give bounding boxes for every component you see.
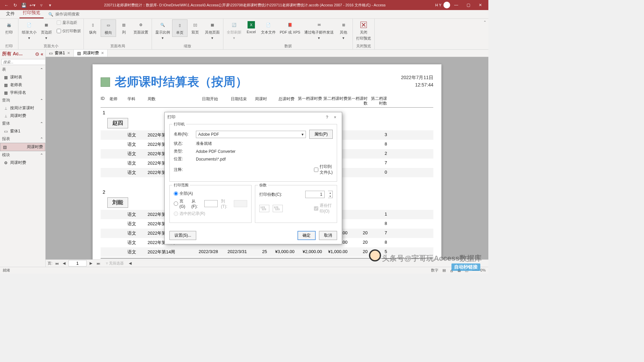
- pdf-xps-button[interactable]: 📕PDF 或 XPS: [278, 19, 302, 36]
- nav-cat-queries[interactable]: 查询⌃: [0, 97, 45, 104]
- printer-icon: 🖨️: [5, 21, 13, 29]
- paper-size-button[interactable]: 📄纸张大小▾: [20, 19, 39, 42]
- zoom-button[interactable]: 🔍显示比例▾: [153, 19, 172, 42]
- nav-cat-tables[interactable]: 表⌃: [0, 66, 45, 73]
- printer-section: 打印机 名称(N): Adobe PDF▾ 属性(P) 状态:准备就绪 类型:A…: [169, 124, 337, 182]
- page-number-input[interactable]: [68, 260, 87, 266]
- nav-item-module[interactable]: ⚙周课时费: [0, 159, 45, 167]
- setup-button[interactable]: 设置(S)...: [169, 231, 196, 240]
- email-button[interactable]: ✉通过电子邮件发送▾: [302, 19, 336, 42]
- properties-button[interactable]: 属性(P): [309, 130, 333, 139]
- nav-search-input[interactable]: [1, 59, 46, 65]
- nav-item-table[interactable]: ▦老师表: [0, 81, 45, 89]
- landscape-button[interactable]: ▭横向: [101, 19, 116, 37]
- first-page-button[interactable]: ⏮: [54, 261, 60, 265]
- copies-section: 份数 打印份数(C): 1 ▲▼ 逐份打印(O): [255, 185, 337, 223]
- filter-icon[interactable]: ▿: [37, 1, 46, 9]
- close-window-button[interactable]: ✕: [474, 0, 486, 10]
- close-tab-icon[interactable]: ✕: [101, 51, 104, 55]
- margins-icon: ▦: [42, 21, 50, 29]
- cancel-button[interactable]: 取消: [319, 231, 337, 240]
- excel-button[interactable]: XExcel: [244, 19, 259, 35]
- report-title: 老师课时结算表（按周）: [101, 74, 248, 90]
- search-icon: 🔍: [48, 12, 53, 17]
- show-margins-check[interactable]: 显示边距: [55, 19, 82, 26]
- title-bar: ← ↻ 💾 ↩▾ ▿ ▾ 220711老师课时费统计：数据库- D:\OneDr…: [0, 0, 488, 10]
- from-page-input[interactable]: [204, 200, 218, 207]
- more-pages-button[interactable]: ▦其他页面▾: [203, 19, 222, 42]
- chevron-down-icon[interactable]: ⊙ «: [35, 51, 43, 57]
- portrait-button[interactable]: ▯纵向: [85, 19, 101, 36]
- refresh-all-button: 🔄全部刷新▾: [225, 19, 244, 42]
- prev-page-button[interactable]: ◀: [61, 261, 67, 265]
- nav-item-query[interactable]: ⟂按周计算课时: [0, 104, 45, 112]
- undo-dropdown-icon[interactable]: ↩▾: [28, 1, 37, 9]
- avatar-icon: [443, 2, 450, 8]
- nav-header[interactable]: 所有 Ac...⊙ «: [0, 50, 45, 58]
- doc-tab-report[interactable]: ▤周课时费✕: [74, 50, 108, 57]
- form-icon: ▭: [3, 129, 8, 134]
- page-icon: 📄: [25, 21, 33, 29]
- nav-cat-reports[interactable]: 报表⌃: [0, 135, 45, 143]
- collapse-ribbon-icon[interactable]: ⌃: [483, 20, 486, 24]
- nav-cat-modules[interactable]: 模块⌃: [0, 151, 45, 159]
- report-columns: ID老师 学科周数 日期开始日期结束 周课时总课时费 第一档课时费第二档课时费 …: [101, 96, 433, 107]
- columns-button[interactable]: ▥列: [116, 19, 131, 36]
- tell-me-search[interactable]: 🔍 操作说明搜索: [45, 10, 83, 18]
- next-page-button[interactable]: ▶: [88, 261, 94, 265]
- nav-item-table[interactable]: ▦课时表: [0, 73, 45, 81]
- last-page-button[interactable]: ⏭: [95, 261, 101, 265]
- print-data-only-check[interactable]: 仅打印数据: [55, 28, 82, 34]
- qat-more-icon[interactable]: ▾: [46, 1, 54, 9]
- ok-button[interactable]: 确定: [298, 231, 316, 240]
- columns-icon: ▥: [120, 21, 128, 29]
- tab-print-preview[interactable]: 打印预览: [19, 8, 44, 18]
- maximize-button[interactable]: ▢: [462, 0, 474, 10]
- collate-icon: [273, 205, 283, 212]
- landscape-icon: ▭: [104, 21, 112, 29]
- minimize-button[interactable]: —: [450, 0, 462, 10]
- scroll-left-button[interactable]: ◀: [127, 261, 133, 265]
- nav-item-report[interactable]: ▤周课时费: [0, 143, 45, 151]
- save-icon[interactable]: 💾: [19, 1, 28, 9]
- nav-item-form[interactable]: ▭窗体1: [0, 127, 45, 135]
- query-icon: ⟂: [3, 114, 8, 118]
- print-button[interactable]: 🖨️打印: [1, 19, 17, 36]
- printer-select[interactable]: Adobe PDF▾: [196, 131, 306, 138]
- nav-item-table[interactable]: ▦学科排名: [0, 89, 45, 97]
- chevron-up-icon: ⌃: [40, 153, 43, 158]
- one-page-button[interactable]: ▯单页: [172, 19, 187, 37]
- close-tab-icon[interactable]: ✕: [67, 51, 70, 55]
- user-badge[interactable]: H Y: [435, 2, 450, 8]
- chevron-down-icon: ▾: [302, 132, 304, 137]
- range-pages-radio[interactable]: 页(G): [174, 198, 188, 209]
- other-export-button[interactable]: ⊞其他▾: [336, 19, 351, 42]
- nav-cat-forms[interactable]: 窗体⌃: [0, 120, 45, 127]
- close-preview-button[interactable]: 关闭打印预览: [354, 19, 373, 42]
- nav-search[interactable]: 🔍: [0, 58, 45, 66]
- dialog-titlebar[interactable]: 打印 ? ×: [165, 112, 342, 122]
- tab-file[interactable]: 文件: [3, 9, 18, 18]
- copies-input[interactable]: 1: [305, 191, 325, 198]
- text-file-button[interactable]: 📄文本文件: [259, 19, 278, 36]
- close-icon: [360, 21, 368, 29]
- text-file-icon: 📄: [264, 21, 272, 29]
- dialog-close-button[interactable]: ×: [331, 115, 339, 120]
- margins-button[interactable]: ▦页边距▾: [39, 19, 54, 42]
- back-icon[interactable]: ←: [2, 1, 11, 9]
- report-logo-icon: [101, 77, 110, 87]
- view-report-icon[interactable]: ▤: [442, 268, 446, 273]
- dialog-help-button[interactable]: ?: [323, 115, 331, 120]
- email-icon: ✉: [315, 21, 323, 29]
- two-pages-button[interactable]: ▯▯双页: [187, 19, 203, 36]
- record-pager: 页: ⏮ ◀ ▶ ⏭ ▿ 无筛选器 ◀: [46, 259, 488, 267]
- print-to-file-check[interactable]: 打印到文件(L): [314, 164, 333, 175]
- range-all-radio[interactable]: 全部(A): [174, 191, 193, 196]
- numlock-indicator: 数字: [431, 268, 438, 273]
- doc-tab-form[interactable]: ▭窗体1✕: [46, 50, 74, 57]
- copies-spinner[interactable]: ▲▼: [328, 191, 333, 198]
- redo-icon[interactable]: ↻: [11, 1, 19, 9]
- nav-item-query[interactable]: ⟂周课时费: [0, 112, 45, 120]
- status-ready: 就绪: [3, 268, 10, 273]
- page-setup-button[interactable]: ⚙页面设置: [131, 19, 150, 36]
